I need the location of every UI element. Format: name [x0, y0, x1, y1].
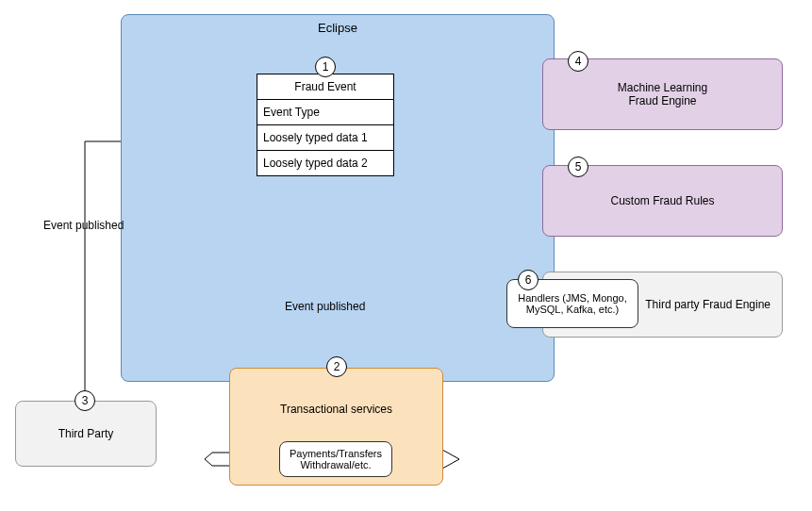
fraud-event-row: Loosely typed data 1	[257, 125, 393, 151]
circle-1: 1	[315, 57, 336, 77]
fraud-event-row: Event Type	[257, 100, 393, 125]
circle-4: 4	[568, 51, 588, 72]
ml-engine-line2: Fraud Engine	[628, 94, 696, 107]
circle-3: 3	[75, 390, 95, 411]
transactional-title: Transactional services	[230, 403, 442, 416]
event-published-center-label: Event published	[285, 300, 365, 313]
fraud-event-box: Fraud Event Event Type Loosely typed dat…	[257, 74, 394, 176]
circle-2: 2	[326, 356, 347, 377]
ml-engine-line1: Machine Learning	[618, 81, 707, 94]
circle-6: 6	[518, 270, 539, 290]
handlers-label: Handlers (JMS, Mongo, MySQL, Kafka, etc.…	[513, 292, 632, 315]
transactional-sub-label: Payments/Transfers Withdrawal/etc.	[290, 448, 382, 470]
circle-5: 5	[568, 157, 588, 177]
transactional-sub-box: Payments/Transfers Withdrawal/etc.	[279, 441, 392, 477]
fraud-event-title: Fraud Event	[257, 74, 393, 100]
eclipse-container: Eclipse	[121, 14, 555, 382]
third-party-label: Third Party	[58, 427, 114, 440]
third-party-engine-label: Third party Fraud Engine	[645, 298, 771, 311]
fraud-event-row: Loosely typed data 2	[257, 151, 393, 175]
event-published-left-label: Event published	[43, 219, 124, 232]
custom-rules-label: Custom Fraud Rules	[610, 194, 714, 207]
eclipse-title: Eclipse	[122, 15, 554, 35]
